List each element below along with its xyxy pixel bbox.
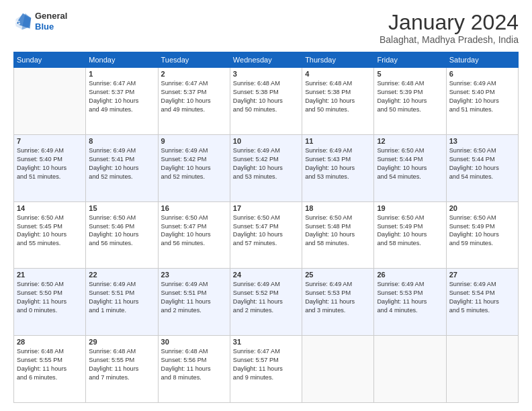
calendar-cell: 11Sunrise: 6:49 AM Sunset: 5:43 PM Dayli… xyxy=(302,134,374,201)
day-info: Sunrise: 6:48 AM Sunset: 5:38 PM Dayligh… xyxy=(233,79,299,114)
weekday-header-row: SundayMondayTuesdayWednesdayThursdayFrid… xyxy=(14,52,519,68)
calendar-cell xyxy=(14,68,86,135)
day-info: Sunrise: 6:49 AM Sunset: 5:42 PM Dayligh… xyxy=(161,146,227,181)
logo-line1: General xyxy=(35,11,67,21)
day-info: Sunrise: 6:48 AM Sunset: 5:55 PM Dayligh… xyxy=(17,347,83,382)
day-number: 30 xyxy=(161,338,227,346)
calendar-cell: 31Sunrise: 6:47 AM Sunset: 5:57 PM Dayli… xyxy=(230,336,302,403)
day-number: 8 xyxy=(89,137,154,145)
day-info: Sunrise: 6:49 AM Sunset: 5:52 PM Dayligh… xyxy=(233,280,299,315)
day-info: Sunrise: 6:49 AM Sunset: 5:41 PM Dayligh… xyxy=(89,146,154,181)
calendar-cell: 27Sunrise: 6:49 AM Sunset: 5:54 PM Dayli… xyxy=(446,269,518,336)
calendar-cell: 16Sunrise: 6:50 AM Sunset: 5:47 PM Dayli… xyxy=(158,201,230,269)
day-number: 3 xyxy=(233,70,299,78)
day-info: Sunrise: 6:48 AM Sunset: 5:38 PM Dayligh… xyxy=(305,79,371,114)
day-info: Sunrise: 6:49 AM Sunset: 5:51 PM Dayligh… xyxy=(161,280,227,315)
calendar-cell: 1Sunrise: 6:47 AM Sunset: 5:37 PM Daylig… xyxy=(86,68,158,135)
calendar-table: SundayMondayTuesdayWednesdayThursdayFrid… xyxy=(13,52,519,403)
weekday-header: Friday xyxy=(374,52,446,68)
day-number: 26 xyxy=(377,271,443,279)
calendar-cell: 6Sunrise: 6:49 AM Sunset: 5:40 PM Daylig… xyxy=(446,68,518,135)
day-number: 16 xyxy=(161,204,227,212)
day-info: Sunrise: 6:49 AM Sunset: 5:53 PM Dayligh… xyxy=(377,280,443,315)
logo-line2: Blue xyxy=(35,21,67,32)
calendar-cell: 5Sunrise: 6:48 AM Sunset: 5:39 PM Daylig… xyxy=(374,68,446,135)
day-number: 19 xyxy=(377,204,443,212)
day-info: Sunrise: 6:50 AM Sunset: 5:47 PM Dayligh… xyxy=(161,214,227,248)
weekday-header: Monday xyxy=(86,52,158,68)
day-number: 6 xyxy=(449,70,515,78)
calendar-cell: 23Sunrise: 6:49 AM Sunset: 5:51 PM Dayli… xyxy=(158,269,230,336)
day-number: 29 xyxy=(89,338,154,346)
day-number: 18 xyxy=(305,204,371,212)
calendar-cell: 12Sunrise: 6:50 AM Sunset: 5:44 PM Dayli… xyxy=(374,134,446,201)
day-info: Sunrise: 6:47 AM Sunset: 5:37 PM Dayligh… xyxy=(89,79,154,114)
calendar-cell xyxy=(374,336,446,403)
calendar-cell: 19Sunrise: 6:50 AM Sunset: 5:49 PM Dayli… xyxy=(374,201,446,269)
day-number: 27 xyxy=(449,271,515,279)
day-number: 12 xyxy=(377,137,443,145)
day-info: Sunrise: 6:49 AM Sunset: 5:40 PM Dayligh… xyxy=(449,79,515,114)
calendar-cell: 4Sunrise: 6:48 AM Sunset: 5:38 PM Daylig… xyxy=(302,68,374,135)
calendar-cell: 26Sunrise: 6:49 AM Sunset: 5:53 PM Dayli… xyxy=(374,269,446,336)
day-number: 4 xyxy=(305,70,371,78)
day-info: Sunrise: 6:49 AM Sunset: 5:51 PM Dayligh… xyxy=(89,280,154,315)
day-info: Sunrise: 6:49 AM Sunset: 5:42 PM Dayligh… xyxy=(233,146,299,181)
calendar-cell xyxy=(446,336,518,403)
day-info: Sunrise: 6:47 AM Sunset: 5:37 PM Dayligh… xyxy=(161,79,227,114)
day-info: Sunrise: 6:49 AM Sunset: 5:43 PM Dayligh… xyxy=(305,146,371,181)
day-info: Sunrise: 6:50 AM Sunset: 5:45 PM Dayligh… xyxy=(17,214,83,248)
day-info: Sunrise: 6:49 AM Sunset: 5:40 PM Dayligh… xyxy=(17,146,83,181)
day-number: 5 xyxy=(377,70,443,78)
calendar-cell: 8Sunrise: 6:49 AM Sunset: 5:41 PM Daylig… xyxy=(86,134,158,201)
day-info: Sunrise: 6:49 AM Sunset: 5:54 PM Dayligh… xyxy=(449,280,515,315)
day-number: 22 xyxy=(89,271,154,279)
calendar-week-row: 7Sunrise: 6:49 AM Sunset: 5:40 PM Daylig… xyxy=(14,134,519,201)
calendar-cell: 28Sunrise: 6:48 AM Sunset: 5:55 PM Dayli… xyxy=(14,336,86,403)
calendar-cell: 29Sunrise: 6:48 AM Sunset: 5:55 PM Dayli… xyxy=(86,336,158,403)
title-section: January 2024 Balaghat, Madhya Pradesh, I… xyxy=(380,11,519,45)
weekday-header: Saturday xyxy=(446,52,518,68)
day-info: Sunrise: 6:50 AM Sunset: 5:49 PM Dayligh… xyxy=(449,214,515,248)
day-number: 2 xyxy=(161,70,227,78)
calendar-week-row: 28Sunrise: 6:48 AM Sunset: 5:55 PM Dayli… xyxy=(14,336,519,403)
calendar-cell: 20Sunrise: 6:50 AM Sunset: 5:49 PM Dayli… xyxy=(446,201,518,269)
day-number: 17 xyxy=(233,204,299,212)
calendar-cell: 10Sunrise: 6:49 AM Sunset: 5:42 PM Dayli… xyxy=(230,134,302,201)
day-number: 31 xyxy=(233,338,299,346)
day-info: Sunrise: 6:48 AM Sunset: 5:55 PM Dayligh… xyxy=(89,347,154,382)
day-info: Sunrise: 6:50 AM Sunset: 5:44 PM Dayligh… xyxy=(449,146,515,181)
calendar-cell: 15Sunrise: 6:50 AM Sunset: 5:46 PM Dayli… xyxy=(86,201,158,269)
day-info: Sunrise: 6:50 AM Sunset: 5:47 PM Dayligh… xyxy=(233,214,299,248)
day-number: 23 xyxy=(161,271,227,279)
svg-text:G: G xyxy=(16,19,21,26)
day-info: Sunrise: 6:50 AM Sunset: 5:49 PM Dayligh… xyxy=(377,214,443,248)
calendar-cell: 3Sunrise: 6:48 AM Sunset: 5:38 PM Daylig… xyxy=(230,68,302,135)
day-number: 25 xyxy=(305,271,371,279)
calendar-week-row: 1Sunrise: 6:47 AM Sunset: 5:37 PM Daylig… xyxy=(14,68,519,135)
calendar-cell: 30Sunrise: 6:48 AM Sunset: 5:56 PM Dayli… xyxy=(158,336,230,403)
day-number: 13 xyxy=(449,137,515,145)
calendar-cell: 9Sunrise: 6:49 AM Sunset: 5:42 PM Daylig… xyxy=(158,134,230,201)
day-info: Sunrise: 6:49 AM Sunset: 5:53 PM Dayligh… xyxy=(305,280,371,315)
calendar-cell: 14Sunrise: 6:50 AM Sunset: 5:45 PM Dayli… xyxy=(14,201,86,269)
weekday-header: Wednesday xyxy=(230,52,302,68)
weekday-header: Thursday xyxy=(302,52,374,68)
calendar-cell: 24Sunrise: 6:49 AM Sunset: 5:52 PM Dayli… xyxy=(230,269,302,336)
day-info: Sunrise: 6:48 AM Sunset: 5:39 PM Dayligh… xyxy=(377,79,443,114)
logo: G General Blue xyxy=(13,11,67,32)
day-number: 24 xyxy=(233,271,299,279)
calendar-cell: 2Sunrise: 6:47 AM Sunset: 5:37 PM Daylig… xyxy=(158,68,230,135)
day-number: 15 xyxy=(89,204,154,212)
day-number: 9 xyxy=(161,137,227,145)
calendar-cell: 7Sunrise: 6:49 AM Sunset: 5:40 PM Daylig… xyxy=(14,134,86,201)
calendar-cell xyxy=(302,336,374,403)
calendar-cell: 13Sunrise: 6:50 AM Sunset: 5:44 PM Dayli… xyxy=(446,134,518,201)
day-number: 20 xyxy=(449,204,515,212)
day-info: Sunrise: 6:48 AM Sunset: 5:56 PM Dayligh… xyxy=(161,347,227,382)
location: Balaghat, Madhya Pradesh, India xyxy=(380,34,519,45)
weekday-header: Sunday xyxy=(14,52,86,68)
day-info: Sunrise: 6:50 AM Sunset: 5:48 PM Dayligh… xyxy=(305,214,371,248)
weekday-header: Tuesday xyxy=(158,52,230,68)
day-number: 11 xyxy=(305,137,371,145)
